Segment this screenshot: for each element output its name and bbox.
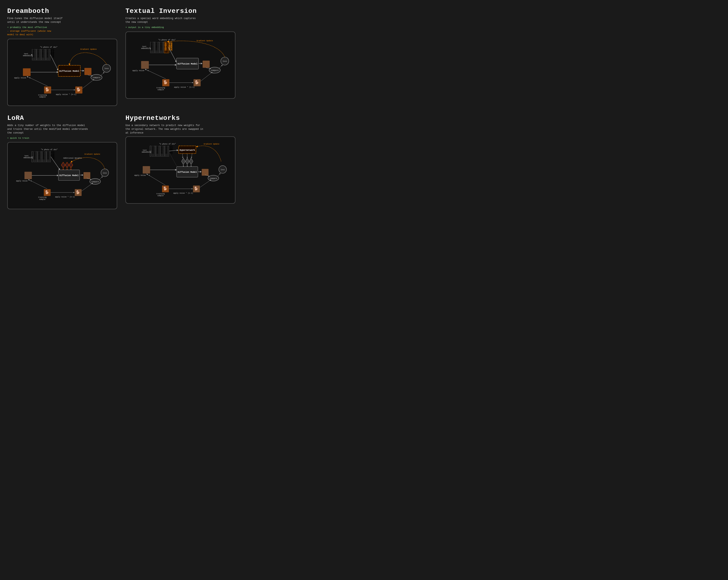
lora-svg: "A photo of sks" 0.45 0.32 0.49 0.06 0.0…	[12, 147, 113, 205]
svg-line-55	[27, 76, 48, 86]
svg-line-97	[168, 47, 177, 62]
svg-rect-99	[141, 61, 149, 69]
svg-text:apply noise * (n-1): apply noise * (n-1)	[56, 94, 77, 96]
hn-svg: "A photo of sks" 0.45 0.32 0.48 0.06 0.0…	[130, 141, 231, 199]
svg-text:text: text	[142, 46, 147, 48]
ti-title: Textual Inversion	[126, 7, 235, 15]
svg-text:Gradient Update: Gradient Update	[84, 154, 100, 156]
svg-text:🐕: 🐕	[194, 80, 199, 85]
svg-text:training: training	[38, 94, 47, 96]
dreambooth-title: Dreambooth	[7, 7, 117, 15]
section-lora: LoRA Adds a tiny number of weights to th…	[4, 111, 120, 213]
svg-line-124	[201, 72, 212, 81]
svg-text:🐕: 🐕	[163, 80, 168, 85]
svg-text:loss: loss	[104, 68, 109, 70]
svg-text:training: training	[156, 87, 165, 89]
svg-line-48	[101, 72, 104, 76]
svg-marker-162	[61, 162, 65, 168]
svg-text:"A  photo  of  sks": "A photo of sks"	[159, 143, 176, 145]
svg-text:compare: compare	[210, 178, 217, 180]
dreambooth-diagram-inner: "A photo of sks" 0.45 0.32 0.49 0.06 0.0…	[12, 43, 113, 101]
svg-text:...: ...	[165, 49, 171, 53]
svg-line-60	[82, 79, 94, 88]
hn-matrix: 0.45 0.32 0.48 0.06 0.06 0.78 ... 0.45 0…	[150, 145, 173, 157]
ti-note: + output is a tiny embedding	[126, 26, 235, 29]
svg-text:apply noise * n: apply noise * n	[132, 70, 149, 72]
svg-rect-40	[84, 68, 92, 75]
svg-line-111	[206, 68, 210, 69]
svg-text:embedding: embedding	[141, 48, 151, 50]
section-hypernetworks: Hypernetworks Use a secondary network to…	[122, 111, 238, 213]
svg-text:"A  photo  of  sks": "A photo of sks"	[41, 149, 57, 151]
svg-line-241	[191, 154, 192, 158]
svg-text:loss: loss	[220, 169, 225, 171]
svg-text:compare: compare	[211, 70, 218, 72]
svg-rect-170	[24, 172, 32, 179]
ti-note-text: + output is a tiny embedding	[126, 26, 164, 29]
ti-diagram: "A photo of sks" 0.45 0.32 0.48 0.06 0.0…	[126, 31, 235, 99]
svg-line-266	[147, 174, 165, 185]
lora-desc: Adds a tiny number of weights to the dif…	[7, 124, 117, 135]
svg-text:sample: sample	[39, 199, 46, 201]
svg-text:...: ...	[47, 57, 52, 60]
svg-marker-238	[189, 158, 193, 165]
svg-marker-237	[185, 158, 189, 165]
svg-text:apply noise * (n-1): apply noise * (n-1)	[55, 196, 75, 198]
svg-line-168	[51, 157, 60, 170]
svg-text:...: ...	[47, 159, 53, 162]
svg-text:...: ...	[165, 153, 171, 157]
svg-marker-236	[181, 158, 185, 165]
svg-marker-163	[65, 162, 69, 168]
svg-line-271	[200, 180, 211, 187]
dreambooth-pros-cons: + probably the most effective - storage …	[7, 26, 117, 37]
hn-desc: Use a secondary network to predict new w…	[126, 124, 235, 135]
svg-text:"A  photo  of  sks": "A photo of sks"	[158, 39, 176, 41]
db-te-label: text	[24, 53, 28, 55]
svg-line-183	[99, 177, 102, 180]
svg-text:Diffusion Model: Diffusion Model	[178, 171, 197, 173]
dreambooth-pro: + probably the most effective	[7, 26, 47, 29]
svg-text:Hypernetwork: Hypernetwork	[180, 149, 195, 151]
dreambooth-con: - storage inefficient (whole new model t…	[7, 30, 51, 36]
svg-text:apply noise * n: apply noise * n	[16, 180, 32, 182]
svg-text:Gradient Update: Gradient Update	[204, 143, 219, 145]
dreambooth-svg: "A photo of sks" 0.45 0.32 0.49 0.06 0.0…	[12, 43, 113, 101]
dreambooth-diagram: "A photo of sks" 0.45 0.32 0.49 0.06 0.0…	[7, 39, 117, 106]
svg-text:Diffusion Model: Diffusion Model	[59, 174, 79, 177]
hn-diagram-inner: "A photo of sks" 0.45 0.32 0.48 0.06 0.0…	[130, 141, 231, 199]
svg-text:Diffusion Model: Diffusion Model	[178, 62, 198, 65]
svg-line-195	[81, 183, 93, 191]
svg-line-112	[219, 65, 223, 68]
db-matrix: 0.45 0.32 0.49 0.06 0.06 0.78 ... 0.45 0…	[32, 48, 54, 60]
svg-text:🐕: 🐕	[76, 190, 80, 194]
svg-text:embedding: embedding	[142, 151, 151, 153]
lora-note-text: + quick to train	[7, 137, 29, 139]
svg-text:loss: loss	[103, 172, 107, 174]
lora-note: + quick to train	[7, 136, 117, 140]
svg-text:🐕: 🐕	[45, 190, 49, 194]
lora-title: LoRA	[7, 114, 117, 122]
svg-text:compare: compare	[93, 77, 100, 79]
svg-text:loss: loss	[223, 60, 227, 62]
ti-desc: Creates a special word embedding which c…	[126, 17, 235, 24]
svg-line-239	[182, 154, 183, 158]
svg-text:🐕: 🐕	[194, 186, 198, 191]
svg-rect-35	[23, 68, 30, 76]
svg-text:sample: sample	[157, 195, 164, 197]
section-dreambooth: Dreambooth Fine-tunes the diffusion mode…	[4, 4, 120, 109]
svg-text:apply noise * (n-1): apply noise * (n-1)	[173, 192, 193, 194]
lora-diagram-inner: "A photo of sks" 0.45 0.32 0.49 0.06 0.0…	[12, 147, 113, 205]
db-prompt: "A photo of sks"	[40, 46, 57, 48]
lora-diagram: "A photo of sks" 0.45 0.32 0.49 0.06 0.0…	[7, 142, 117, 209]
main-grid: Dreambooth Fine-tunes the diffusion mode…	[4, 4, 238, 212]
lora-matrix: 0.45 0.32 0.49 0.06 0.06 0.78 ... 0.45 0…	[32, 151, 55, 162]
svg-rect-105	[203, 60, 210, 68]
svg-marker-164	[69, 162, 73, 168]
svg-text:🐕: 🐕	[45, 87, 50, 92]
svg-text:embedding: embedding	[23, 157, 33, 159]
svg-line-119	[145, 69, 166, 79]
svg-line-260	[217, 173, 220, 176]
section-textual-inversion: Textual Inversion Creates a special word…	[122, 4, 238, 109]
db-gradient-text: Gradient Update	[80, 48, 97, 50]
svg-text:🐕: 🐕	[163, 186, 167, 191]
